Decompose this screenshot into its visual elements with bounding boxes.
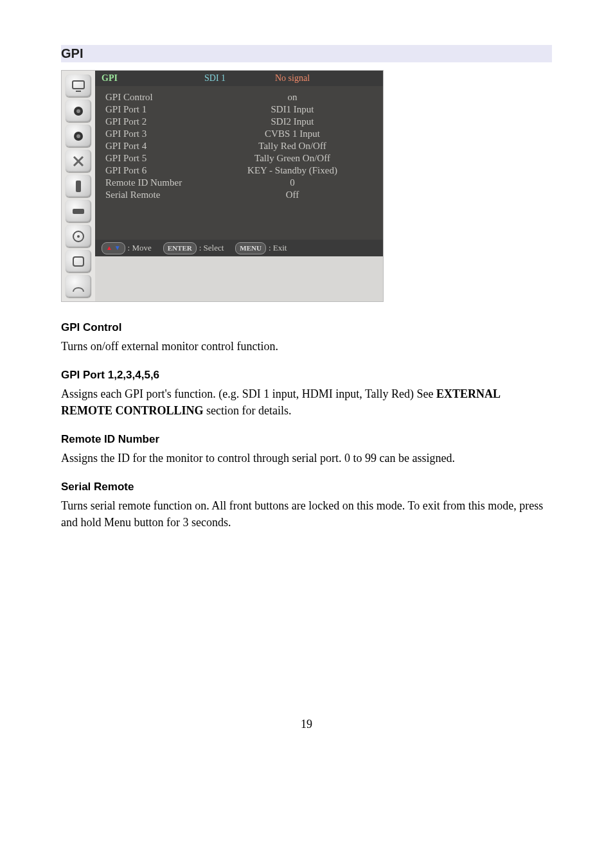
section-title: GPI xyxy=(61,45,552,62)
page-number: 19 xyxy=(61,718,552,731)
up-down-key-icon: ▲ ▼ xyxy=(102,242,125,254)
osd-row-label: GPI Port 2 xyxy=(105,116,227,127)
osd-row-value: 0 xyxy=(227,177,383,188)
osd-row-label: GPI Port 4 xyxy=(105,141,227,152)
label-icon xyxy=(66,200,91,222)
gear-1-icon xyxy=(66,100,91,122)
svg-rect-9 xyxy=(73,257,84,266)
remote-id-text: Assigns the ID for the monitor to contro… xyxy=(61,450,552,466)
osd-row-label: Serial Remote xyxy=(105,190,227,200)
osd-row-label: GPI Port 5 xyxy=(105,153,227,164)
osd-screenshot: GPI SDI 1 No signal GPI Controlon GPI Po… xyxy=(61,70,552,302)
serial-remote-text: Turns serial remote function on. All fro… xyxy=(61,497,552,531)
monitor-icon xyxy=(66,75,91,97)
osd-row: GPI Port 5Tally Green On/Off xyxy=(95,152,383,164)
osd-row-label: Remote ID Number xyxy=(105,177,227,188)
svg-point-8 xyxy=(77,235,80,238)
remote-icon xyxy=(66,175,91,197)
gpi-control-text: Turns on/off external monitor control fu… xyxy=(61,338,552,355)
osd-row-value: SDI2 Input xyxy=(227,116,383,127)
osd-row: Serial RemoteOff xyxy=(95,189,383,201)
enter-key-icon: ENTER xyxy=(163,242,197,254)
osd-row-value: SDI1 Input xyxy=(227,104,383,115)
remote-id-heading: Remote ID Number xyxy=(61,433,552,446)
gpi-control-heading: GPI Control xyxy=(61,321,552,334)
osd-header-title: GPI xyxy=(95,73,204,84)
osd-row-label: GPI Port 1 xyxy=(105,104,227,115)
scope-icon xyxy=(66,225,91,247)
select-label: : Select xyxy=(199,243,224,253)
select-hint: ENTER : Select xyxy=(163,242,224,254)
svg-point-2 xyxy=(76,109,80,113)
osd-row-label: GPI Port 6 xyxy=(105,165,227,176)
tools-icon xyxy=(66,150,91,172)
osd-row: GPI Port 1SDI1 Input xyxy=(95,103,383,116)
osd-row: GPI Port 3CVBS 1 Input xyxy=(95,128,383,140)
exit-hint: MENU : Exit xyxy=(235,242,287,254)
exit-label: : Exit xyxy=(269,243,287,253)
osd-footer: ▲ ▼ : Move ENTER : Select MENU : Exit xyxy=(95,240,383,256)
osd-header: GPI SDI 1 No signal xyxy=(95,71,383,86)
misc-icon xyxy=(66,275,91,297)
osd-row-value: Off xyxy=(227,190,383,200)
svg-point-4 xyxy=(76,134,80,138)
osd-header-input: SDI 1 xyxy=(204,73,275,84)
osd-row-value: Tally Red On/Off xyxy=(227,141,383,152)
osd-row: GPI Port 6KEY - Standby (Fixed) xyxy=(95,164,383,177)
move-hint: ▲ ▼ : Move xyxy=(102,242,152,254)
svg-rect-5 xyxy=(76,181,81,192)
osd-header-status: No signal xyxy=(275,73,310,84)
gpi-port-text-post: section for details. xyxy=(204,404,292,417)
gpi-port-heading: GPI Port 1,2,3,4,5,6 xyxy=(61,369,552,382)
serial-remote-heading: Serial Remote xyxy=(61,481,552,493)
move-label: : Move xyxy=(128,243,152,253)
osd-row-label: GPI Control xyxy=(105,92,227,103)
osd-row-value: CVBS 1 Input xyxy=(227,128,383,139)
osd-row: GPI Port 4Tally Red On/Off xyxy=(95,140,383,152)
svg-rect-0 xyxy=(73,81,84,89)
osd-row-value: Tally Green On/Off xyxy=(227,153,383,164)
card-icon xyxy=(66,250,91,272)
osd-row: GPI Controlon xyxy=(95,91,383,103)
osd-body: GPI Controlon GPI Port 1SDI1 Input GPI P… xyxy=(95,86,383,240)
gear-2-icon xyxy=(66,125,91,147)
svg-rect-6 xyxy=(73,209,84,214)
gpi-port-text-pre: Assigns each GPI port's function. (e.g. … xyxy=(61,387,436,400)
menu-key-icon: MENU xyxy=(235,242,266,254)
osd-row-label: GPI Port 3 xyxy=(105,128,227,139)
osd-row: GPI Port 2SDI2 Input xyxy=(95,116,383,128)
osd-row-value: KEY - Standby (Fixed) xyxy=(227,165,383,176)
osd-row: Remote ID Number0 xyxy=(95,177,383,189)
gpi-port-text: Assigns each GPI port's function. (e.g. … xyxy=(61,385,552,419)
osd-sidebar xyxy=(62,71,95,301)
osd-row-value: on xyxy=(227,92,383,103)
